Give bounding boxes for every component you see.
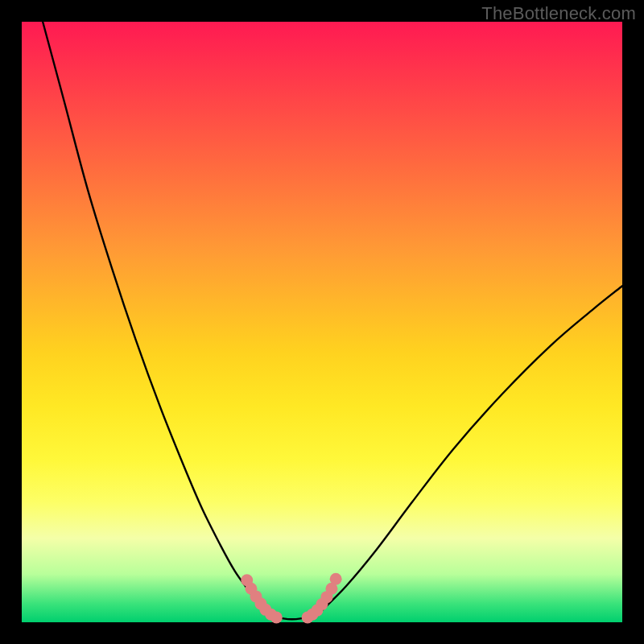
marker-dot: [270, 612, 283, 624]
chart-frame: TheBottleneck.com: [0, 0, 644, 644]
plot-area: [22, 22, 622, 622]
chart-svg: [22, 22, 622, 622]
curve-right: [322, 286, 622, 610]
curve-left: [43, 22, 262, 610]
dotted-marker-left: [241, 574, 283, 623]
marker-dot: [330, 573, 342, 585]
